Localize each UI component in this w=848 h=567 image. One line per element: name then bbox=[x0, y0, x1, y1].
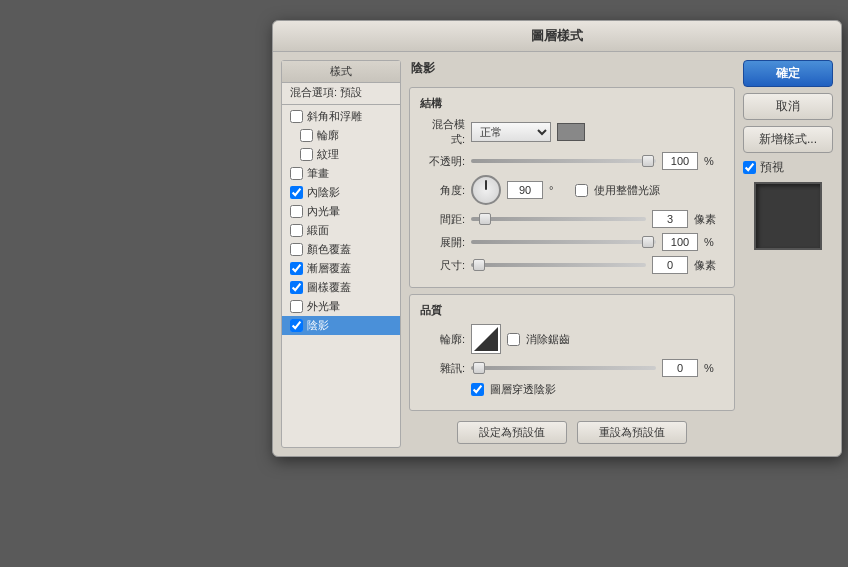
blend-mode-row: 混合模式: 正常 bbox=[420, 117, 724, 147]
inner-shadow-checkbox[interactable] bbox=[290, 186, 303, 199]
noise-thumb[interactable] bbox=[473, 362, 485, 374]
sidebar-item-inner-shadow[interactable]: 內陰影 bbox=[282, 183, 400, 202]
color-overlay-checkbox[interactable] bbox=[290, 243, 303, 256]
noise-label: 雜訊: bbox=[420, 361, 465, 376]
structure-title: 結構 bbox=[420, 96, 724, 111]
use-global-light-label: 使用整體光源 bbox=[594, 183, 660, 198]
sidebar-item-inner-glow[interactable]: 內光暈 bbox=[282, 202, 400, 221]
styles-panel: 樣式 混合選項: 預設 斜角和浮雕 輪廓 紋理 筆畫 bbox=[281, 60, 401, 448]
sidebar-item-color-overlay[interactable]: 顏色覆蓋 bbox=[282, 240, 400, 259]
opacity-row: 不透明: % bbox=[420, 152, 724, 170]
spread-row: 展開: % bbox=[420, 233, 724, 251]
inner-glow-checkbox[interactable] bbox=[290, 205, 303, 218]
opacity-input[interactable] bbox=[662, 152, 698, 170]
structure-section: 結構 混合模式: 正常 不透明: % bbox=[409, 87, 735, 288]
opacity-slider[interactable] bbox=[471, 159, 656, 163]
set-default-button[interactable]: 設定為預設值 bbox=[457, 421, 567, 444]
styles-panel-header: 樣式 bbox=[282, 61, 400, 83]
preview-checkbox[interactable] bbox=[743, 161, 756, 174]
contour-icon bbox=[474, 327, 498, 351]
spread-input[interactable] bbox=[662, 233, 698, 251]
noise-slider[interactable] bbox=[471, 366, 656, 370]
cancel-button[interactable]: 取消 bbox=[743, 93, 833, 120]
noise-unit: % bbox=[704, 362, 724, 374]
distance-unit: 像素 bbox=[694, 212, 724, 227]
distance-row: 間距: 像素 bbox=[420, 210, 724, 228]
blend-mode-select[interactable]: 正常 bbox=[471, 122, 551, 142]
bevel-checkbox[interactable] bbox=[290, 110, 303, 123]
opacity-thumb[interactable] bbox=[642, 155, 654, 167]
shadow-color-swatch[interactable] bbox=[557, 123, 585, 141]
bottom-buttons: 設定為預設值 重設為預設值 bbox=[409, 417, 735, 448]
dialog-title: 圖層樣式 bbox=[273, 21, 841, 52]
use-global-light-checkbox[interactable] bbox=[575, 184, 588, 197]
quality-section: 品質 輪廓: 消除鋸齒 雜訊: bbox=[409, 294, 735, 411]
spread-thumb[interactable] bbox=[642, 236, 654, 248]
new-style-button[interactable]: 新增樣式... bbox=[743, 126, 833, 153]
anti-alias-checkbox[interactable] bbox=[507, 333, 520, 346]
contour-row: 輪廓: 消除鋸齒 bbox=[420, 324, 724, 354]
opacity-unit: % bbox=[704, 155, 724, 167]
layer-knockout-label: 圖層穿透陰影 bbox=[490, 382, 556, 397]
pattern-overlay-checkbox[interactable] bbox=[290, 281, 303, 294]
main-content: 陰影 結構 混合模式: 正常 不透明: bbox=[409, 60, 735, 448]
angle-unit: ° bbox=[549, 184, 569, 196]
angle-input[interactable] bbox=[507, 181, 543, 199]
stroke-checkbox[interactable] bbox=[290, 167, 303, 180]
sidebar-item-shadow[interactable]: 陰影 bbox=[282, 316, 400, 335]
blend-mode-label: 混合模式: bbox=[420, 117, 465, 147]
sidebar-item-stroke[interactable]: 筆畫 bbox=[282, 164, 400, 183]
shadow-checkbox[interactable] bbox=[290, 319, 303, 332]
texture-checkbox[interactable] bbox=[300, 148, 313, 161]
outer-glow-checkbox[interactable] bbox=[290, 300, 303, 313]
sidebar-item-texture[interactable]: 紋理 bbox=[282, 145, 400, 164]
satin-checkbox[interactable] bbox=[290, 224, 303, 237]
angle-dial[interactable] bbox=[471, 175, 501, 205]
size-unit: 像素 bbox=[694, 258, 724, 273]
noise-input[interactable] bbox=[662, 359, 698, 377]
sidebar-item-contour[interactable]: 輪廓 bbox=[282, 126, 400, 145]
ok-button[interactable]: 確定 bbox=[743, 60, 833, 87]
sidebar-item-pattern-overlay[interactable]: 圖樣覆蓋 bbox=[282, 278, 400, 297]
gradient-overlay-checkbox[interactable] bbox=[290, 262, 303, 275]
sidebar-item-blend-options[interactable]: 混合選項: 預設 bbox=[282, 83, 400, 102]
layer-style-dialog: 圖層樣式 樣式 混合選項: 預設 斜角和浮雕 輪廓 紋理 bbox=[272, 20, 842, 457]
spread-slider[interactable] bbox=[471, 240, 656, 244]
sidebar-item-bevel[interactable]: 斜角和浮雕 bbox=[282, 107, 400, 126]
distance-thumb[interactable] bbox=[479, 213, 491, 225]
size-thumb[interactable] bbox=[473, 259, 485, 271]
contour-label: 輪廓: bbox=[420, 332, 465, 347]
size-label: 尺寸: bbox=[420, 258, 465, 273]
sidebar-item-outer-glow[interactable]: 外光暈 bbox=[282, 297, 400, 316]
preview-label: 預視 bbox=[760, 159, 784, 176]
size-input[interactable] bbox=[652, 256, 688, 274]
layer-knockout-row: 圖層穿透陰影 bbox=[420, 382, 724, 397]
anti-alias-label: 消除鋸齒 bbox=[526, 332, 570, 347]
size-row: 尺寸: 像素 bbox=[420, 256, 724, 274]
contour-preview[interactable] bbox=[471, 324, 501, 354]
reset-default-button[interactable]: 重設為預設值 bbox=[577, 421, 687, 444]
svg-marker-0 bbox=[474, 327, 498, 351]
shadow-section-title: 陰影 bbox=[409, 60, 735, 77]
preview-swatch bbox=[754, 182, 822, 250]
sidebar-item-gradient-overlay[interactable]: 漸層覆蓋 bbox=[282, 259, 400, 278]
angle-label: 角度: bbox=[420, 183, 465, 198]
layer-knockout-checkbox[interactable] bbox=[471, 383, 484, 396]
size-slider[interactable] bbox=[471, 263, 646, 267]
quality-title: 品質 bbox=[420, 303, 724, 318]
angle-row: 角度: ° 使用整體光源 bbox=[420, 175, 724, 205]
right-buttons: 確定 取消 新增樣式... 預視 bbox=[743, 60, 833, 448]
distance-slider[interactable] bbox=[471, 217, 646, 221]
sidebar-item-satin[interactable]: 緞面 bbox=[282, 221, 400, 240]
distance-label: 間距: bbox=[420, 212, 465, 227]
preview-row: 預視 bbox=[743, 159, 833, 176]
opacity-label: 不透明: bbox=[420, 154, 465, 169]
distance-input[interactable] bbox=[652, 210, 688, 228]
contour-checkbox[interactable] bbox=[300, 129, 313, 142]
spread-label: 展開: bbox=[420, 235, 465, 250]
noise-row: 雜訊: % bbox=[420, 359, 724, 377]
spread-unit: % bbox=[704, 236, 724, 248]
